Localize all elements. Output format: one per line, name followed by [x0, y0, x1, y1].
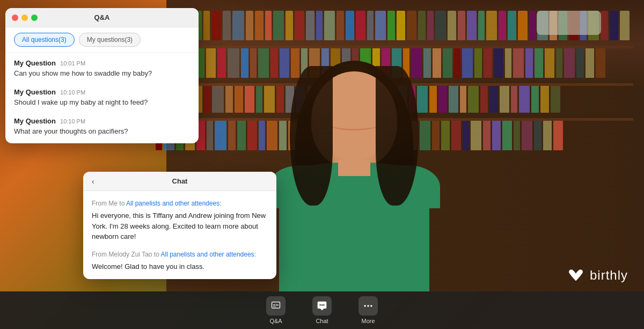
video-toolbar: Q&A Chat More	[0, 291, 644, 329]
qa-message-text-3: What are your thoughts on pacifiers?	[14, 127, 190, 136]
chat-message-1: From Me to All panelists and other atten…	[92, 199, 268, 242]
toolbar-more[interactable]: More	[358, 296, 378, 324]
toolbar-qa[interactable]: Q&A	[266, 296, 286, 324]
chat-chevron[interactable]: ‹	[92, 177, 94, 186]
svg-point-7	[364, 305, 366, 306]
chat-messages: From Me to All panelists and other atten…	[83, 191, 276, 279]
chat-titlebar: ‹ Chat	[83, 172, 276, 191]
chat-label: Chat	[316, 318, 328, 324]
chat-from-2: From Melody Zui Tao to All panelists and…	[92, 250, 268, 259]
qa-message-text-1: Can you show me how to swaddle my baby?	[14, 69, 190, 78]
svg-point-8	[367, 305, 369, 306]
window-controls	[12, 14, 38, 21]
svg-point-9	[370, 305, 372, 306]
more-label: More	[361, 318, 375, 324]
person-area	[279, 61, 429, 291]
birthly-icon	[565, 267, 587, 283]
chat-from-1: From Me to All panelists and other atten…	[92, 199, 268, 208]
window-minimize-button[interactable]	[21, 14, 28, 21]
toolbar-chat[interactable]: Chat	[312, 296, 332, 324]
qa-message-2: My Question 10:10 PM Should I wake up my…	[14, 88, 190, 107]
qa-window-title: Q&A	[94, 13, 110, 21]
qa-tabs: All questions(3) My questions(3)	[5, 27, 199, 53]
qa-icon	[266, 296, 286, 316]
qa-label: Q&A	[269, 318, 282, 324]
birthly-text: birthly	[590, 268, 628, 283]
window-maximize-button[interactable]	[31, 14, 38, 21]
chat-window-title: Chat	[172, 177, 188, 185]
svg-point-4	[319, 304, 321, 306]
svg-point-6	[323, 304, 325, 306]
qa-message-text-2: Should I wake up my baby at night to fee…	[14, 98, 190, 107]
qa-tab-my[interactable]: My questions(3)	[79, 33, 141, 47]
qa-message-1: My Question 10:01 PM Can you show me how…	[14, 59, 190, 78]
qa-message-3: My Question 10:10 PM What are your thoug…	[14, 117, 190, 136]
chat-window: ‹ Chat From Me to All panelists and othe…	[83, 172, 276, 279]
more-icon	[358, 296, 378, 316]
svg-point-1	[273, 304, 275, 306]
chat-text-1: Hi everyone, this is Tiffany and Andrew …	[92, 210, 268, 242]
window-close-button[interactable]	[12, 14, 18, 21]
qa-messages: My Question 10:01 PM Can you show me how…	[5, 53, 199, 143]
qa-window: Q&A All questions(3) My questions(3) My …	[5, 8, 199, 143]
chat-text-2: Welcome! Glad to have you in class.	[92, 261, 268, 272]
chat-message-2: From Melody Zui Tao to All panelists and…	[92, 250, 268, 272]
chat-icon	[312, 296, 332, 316]
qa-titlebar: Q&A	[5, 8, 199, 27]
birthly-logo: birthly	[565, 267, 628, 283]
qa-tab-all[interactable]: All questions(3)	[14, 33, 75, 47]
svg-point-5	[321, 304, 323, 306]
